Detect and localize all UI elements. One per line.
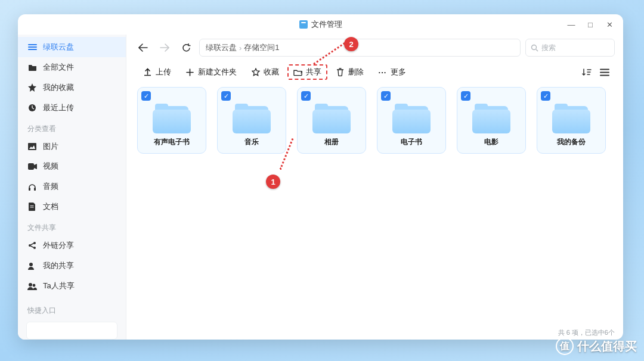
sidebar-item-all-files[interactable]: 全部文件 bbox=[18, 57, 126, 77]
sidebar-item-audio[interactable]: 音频 bbox=[18, 176, 126, 197]
sidebar-heading-quick: 快捷入口 bbox=[18, 300, 126, 318]
clock-icon bbox=[27, 104, 37, 112]
folder-card[interactable]: ✓ 相册 bbox=[297, 87, 366, 154]
share-folder-icon bbox=[293, 68, 302, 77]
minimize-button[interactable]: — bbox=[562, 17, 580, 32]
cloud-drive-icon bbox=[27, 43, 37, 51]
folder-icon bbox=[392, 104, 431, 132]
sort-button[interactable] bbox=[579, 64, 595, 80]
folder-icon bbox=[312, 104, 351, 132]
watermark-badge-icon: 值 bbox=[556, 337, 574, 355]
svg-rect-2 bbox=[28, 49, 37, 50]
sidebar-item-label: 音频 bbox=[43, 181, 58, 192]
checkbox-checked-icon[interactable]: ✓ bbox=[301, 91, 311, 101]
sidebar-item-recent[interactable]: 最近上传 bbox=[18, 98, 126, 118]
svg-point-11 bbox=[33, 242, 36, 244]
sidebar-root[interactable]: 绿联云盘 bbox=[18, 37, 126, 57]
sidebar-item-external-share[interactable]: 外链分享 bbox=[18, 235, 126, 256]
sidebar-item-images[interactable]: 图片 bbox=[18, 136, 126, 157]
star-icon bbox=[27, 83, 37, 92]
checkbox-checked-icon[interactable]: ✓ bbox=[461, 91, 470, 101]
toolbar-label: 删除 bbox=[348, 67, 364, 77]
nav-row: 绿联云盘 › 存储空间1 搜索 bbox=[126, 35, 623, 61]
sidebar-item-label: 视频 bbox=[43, 161, 58, 172]
checkbox-checked-icon[interactable]: ✓ bbox=[381, 91, 391, 101]
folder-icon bbox=[472, 104, 510, 132]
star-outline-icon bbox=[251, 68, 260, 77]
plus-icon bbox=[185, 68, 194, 77]
more-button[interactable]: ··· 更多 bbox=[372, 64, 412, 80]
breadcrumb-seg[interactable]: 存储空间1 bbox=[244, 42, 279, 53]
svg-point-14 bbox=[29, 283, 32, 287]
sidebar-item-favorites[interactable]: 我的收藏 bbox=[18, 77, 126, 98]
upload-button[interactable]: 上传 bbox=[137, 64, 177, 80]
new-folder-button[interactable]: 新建文件夹 bbox=[179, 64, 243, 80]
svg-rect-4 bbox=[28, 143, 36, 150]
folder-name: 电子书 bbox=[401, 137, 422, 147]
svg-rect-6 bbox=[29, 188, 30, 191]
toolbar-label: 更多 bbox=[391, 67, 406, 77]
folder-card[interactable]: ✓ 我的备份 bbox=[537, 87, 606, 154]
svg-point-12 bbox=[33, 247, 36, 249]
folder-card[interactable]: ✓ 有声电子书 bbox=[137, 87, 206, 154]
users-icon bbox=[27, 282, 37, 290]
sidebar-item-label: 我的共享 bbox=[43, 260, 74, 271]
checkbox-checked-icon[interactable]: ✓ bbox=[221, 91, 231, 101]
quick-entry-slot[interactable] bbox=[26, 322, 117, 340]
checkbox-checked-icon[interactable]: ✓ bbox=[541, 91, 550, 101]
maximize-button[interactable]: □ bbox=[581, 17, 599, 32]
forward-button[interactable] bbox=[156, 39, 173, 56]
image-icon bbox=[27, 143, 37, 150]
annotation-badge-1: 1 bbox=[266, 175, 280, 189]
more-icon: ··· bbox=[378, 68, 387, 77]
sidebar-item-others-share[interactable]: Ta人共享 bbox=[18, 276, 126, 296]
folder-icon bbox=[233, 104, 271, 132]
sidebar-item-label: 我的收藏 bbox=[43, 82, 74, 93]
folder-icon bbox=[27, 64, 37, 71]
back-button[interactable] bbox=[135, 39, 151, 56]
watermark: 值 什么值得买 bbox=[556, 337, 637, 355]
watermark-text: 什么值得买 bbox=[577, 338, 637, 354]
folder-card[interactable]: ✓ 电子书 bbox=[377, 87, 446, 154]
app-window: 文件管理 — □ ✕ 绿联云盘 全部文件 bbox=[18, 14, 623, 340]
breadcrumb-seg[interactable]: 绿联云盘 bbox=[206, 42, 237, 53]
sidebar-item-label: 文档 bbox=[43, 201, 58, 212]
trash-icon bbox=[336, 68, 345, 77]
favorite-button[interactable]: 收藏 bbox=[245, 64, 285, 80]
folder-card[interactable]: ✓ 音乐 bbox=[217, 87, 286, 154]
sidebar-item-my-share[interactable]: 我的共享 bbox=[18, 256, 126, 276]
search-icon bbox=[531, 44, 538, 52]
user-share-icon bbox=[27, 262, 37, 270]
headphones-icon bbox=[27, 183, 37, 191]
sidebar-item-label: 图片 bbox=[43, 141, 58, 152]
search-input[interactable]: 搜索 bbox=[525, 39, 615, 57]
sidebar-item-docs[interactable]: 文档 bbox=[18, 197, 126, 217]
delete-button[interactable]: 删除 bbox=[330, 64, 370, 80]
list-view-button[interactable] bbox=[597, 64, 612, 80]
sidebar-heading-share: 文件共享 bbox=[18, 217, 126, 235]
title-bar: 文件管理 — □ ✕ bbox=[18, 14, 623, 35]
sidebar-item-video[interactable]: 视频 bbox=[18, 157, 126, 177]
folder-name: 相册 bbox=[324, 137, 339, 147]
chevron-right-icon: › bbox=[239, 43, 242, 52]
status-bar: 共 6 项，已选中6个 bbox=[558, 328, 615, 337]
checkbox-checked-icon[interactable]: ✓ bbox=[141, 91, 151, 101]
svg-rect-1 bbox=[28, 46, 37, 48]
folder-card[interactable]: ✓ 电影 bbox=[457, 87, 526, 154]
svg-rect-8 bbox=[30, 206, 34, 206]
share-button[interactable]: 共享 bbox=[287, 64, 327, 80]
share-link-icon bbox=[27, 241, 37, 250]
breadcrumb[interactable]: 绿联云盘 › 存储空间1 bbox=[199, 39, 521, 57]
refresh-button[interactable] bbox=[178, 39, 194, 56]
close-button[interactable]: ✕ bbox=[600, 17, 618, 32]
toolbar-label: 新建文件夹 bbox=[198, 67, 237, 77]
svg-rect-0 bbox=[28, 44, 37, 45]
document-icon bbox=[27, 203, 37, 211]
sidebar-item-label: Ta人共享 bbox=[43, 281, 75, 291]
sidebar-root-label: 绿联云盘 bbox=[43, 42, 74, 52]
sidebar-item-label: 外链分享 bbox=[43, 240, 74, 251]
window-title: 文件管理 bbox=[311, 19, 342, 30]
svg-point-16 bbox=[532, 45, 537, 49]
main-panel: 绿联云盘 › 存储空间1 搜索 上传 bbox=[126, 35, 623, 340]
sidebar-item-label: 最近上传 bbox=[43, 102, 74, 113]
